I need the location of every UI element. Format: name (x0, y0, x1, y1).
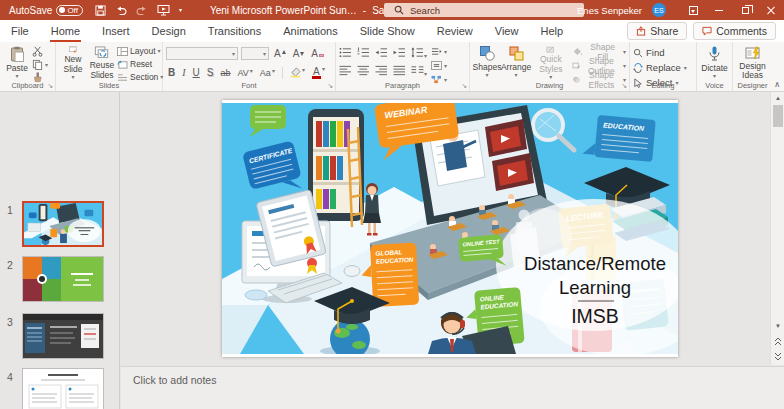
new-slide-button[interactable]: New Slide ▾ (59, 44, 87, 80)
dropdown-caret-icon: ▾ (623, 49, 626, 55)
comments-button[interactable]: Comments (693, 22, 776, 40)
dialog-launcher-icon[interactable]: ↘ (621, 82, 627, 90)
autosave-pill[interactable]: Off (56, 5, 83, 16)
tab-design[interactable]: Design (141, 20, 197, 42)
scroll-down-button[interactable]: ▼ (771, 320, 784, 332)
underline-button[interactable]: U (191, 67, 202, 78)
dialog-launcher-icon[interactable]: ↘ (47, 82, 53, 90)
slide-canvas[interactable]: LECTURE C (222, 100, 678, 357)
titlebar-right: Enes Senpeker ES (577, 0, 784, 20)
arrange-button[interactable]: Arrange ▾ (502, 44, 530, 80)
slide-number: 1 (7, 204, 13, 216)
tab-animations[interactable]: Animations (272, 20, 348, 42)
start-slideshow-button[interactable] (157, 4, 170, 16)
search-icon (394, 5, 404, 15)
close-button[interactable] (758, 0, 784, 20)
highlight-color-button[interactable]: ▾ (288, 67, 307, 78)
notes-pane[interactable]: Click to add notes (121, 366, 784, 409)
decrease-font-size-button[interactable]: A (291, 48, 307, 59)
text-direction-button[interactable]: ▾ (431, 46, 447, 57)
tab-insert[interactable]: Insert (91, 20, 141, 42)
scrollbar-thumb[interactable] (773, 105, 783, 127)
replace-icon (633, 63, 643, 73)
share-label: Share (650, 25, 678, 37)
bookshelf-phone-illustration (308, 109, 364, 227)
slide-thumbnail-2[interactable] (22, 256, 104, 302)
quick-styles-button[interactable]: Quick Styles ▾ (531, 44, 571, 80)
layout-button[interactable]: Layout▾ (117, 46, 163, 56)
user-name: Enes Senpeker (577, 5, 642, 16)
tab-transitions[interactable]: Transitions (197, 20, 272, 42)
character-spacing-button[interactable]: AV▾ (236, 68, 255, 78)
elearning-illustration[interactable]: LECTURE C (222, 103, 678, 354)
reset-button[interactable]: Reset (117, 59, 163, 69)
dictate-button[interactable]: Dictate ▾ (700, 44, 729, 79)
next-slide-button[interactable] (772, 350, 784, 363)
title-separator: - (363, 5, 366, 16)
quick-styles-icon (543, 46, 558, 53)
font-color-button[interactable]: A ▾ (310, 66, 327, 79)
scroll-up-button[interactable]: ▲ (771, 92, 784, 104)
columns-icon (411, 65, 424, 76)
align-right-button[interactable] (375, 64, 388, 79)
cut-button[interactable] (32, 46, 48, 57)
numbering-button[interactable] (357, 46, 370, 61)
search-box[interactable]: Search (384, 3, 584, 17)
align-left-button[interactable] (339, 64, 352, 79)
shapes-button[interactable]: Shapes ▾ (473, 44, 501, 80)
increase-font-size-button[interactable]: A (272, 48, 288, 59)
dropdown-caret-icon: ▾ (444, 49, 447, 55)
undo-button[interactable] (115, 5, 127, 16)
dropdown-caret-icon: ▾ (549, 74, 552, 80)
autosave-toggle[interactable]: AutoSave Off (9, 5, 83, 16)
slide-thumbnail-4[interactable] (22, 368, 104, 409)
copy-button[interactable]: ▾ (32, 59, 48, 70)
tab-help[interactable]: Help (529, 20, 574, 42)
reuse-slides-button[interactable]: Reuse Slides (88, 44, 116, 80)
font-size-select[interactable]: ▾ (241, 47, 269, 60)
save-button[interactable] (95, 5, 106, 16)
decrease-indent-button[interactable] (375, 46, 388, 61)
share-button[interactable]: Share (627, 22, 687, 40)
redo-button[interactable] (136, 5, 148, 16)
bold-button[interactable]: B (166, 67, 177, 78)
dropdown-caret-icon: ▾ (45, 62, 48, 68)
align-text-button[interactable]: ▾ (431, 60, 447, 71)
increase-indent-button[interactable] (393, 46, 406, 61)
tab-file[interactable]: File (0, 20, 40, 42)
tab-slide-show[interactable]: Slide Show (349, 20, 426, 42)
tab-review[interactable]: Review (426, 20, 484, 42)
ribbon-display-options-button[interactable] (680, 0, 706, 20)
replace-button[interactable]: Replace▾ (633, 61, 693, 74)
user-avatar[interactable]: ES (652, 3, 666, 17)
text-shadow-button[interactable]: S (205, 67, 216, 78)
align-center-button[interactable] (357, 64, 370, 79)
design-ideas-label: Design Ideas (738, 62, 767, 81)
italic-button[interactable]: I (180, 67, 187, 78)
restore-button[interactable] (732, 0, 758, 20)
dialog-launcher-icon[interactable]: ↘ (461, 82, 467, 90)
minimize-icon (715, 10, 723, 11)
slide-thumbnail-1[interactable] (22, 201, 104, 247)
change-case-button[interactable]: Aa▾ (258, 68, 277, 78)
tab-home[interactable]: Home (40, 20, 91, 42)
customize-qat-button[interactable]: ▾ (179, 7, 182, 13)
slide-thumbnail-3[interactable] (22, 313, 104, 359)
bullets-button[interactable] (339, 46, 352, 61)
clear-formatting-button[interactable]: A (309, 48, 326, 59)
previous-slide-button[interactable] (772, 335, 784, 348)
font-name-select[interactable]: ▾ (166, 47, 238, 60)
design-ideas-button[interactable]: Design Ideas (736, 44, 769, 81)
dialog-launcher-icon[interactable]: ↘ (327, 82, 333, 90)
minimize-button[interactable] (706, 0, 732, 20)
justify-button[interactable] (393, 64, 406, 79)
ribbon-group-clipboard: Paste ▾ ▾ Clipboard ↘ (0, 42, 56, 91)
columns-button[interactable]: ▾ (411, 64, 427, 79)
paste-button[interactable]: Paste ▾ (3, 44, 31, 80)
find-button[interactable]: Find (633, 46, 693, 59)
strikethrough-button[interactable]: ab (218, 68, 232, 78)
tab-view[interactable]: View (484, 20, 530, 42)
collapse-ribbon-button[interactable]: ∧ (774, 80, 780, 89)
line-spacing-button[interactable]: ▾ (411, 46, 427, 61)
vertical-scrollbar[interactable]: ▲ ▼ (770, 92, 784, 365)
